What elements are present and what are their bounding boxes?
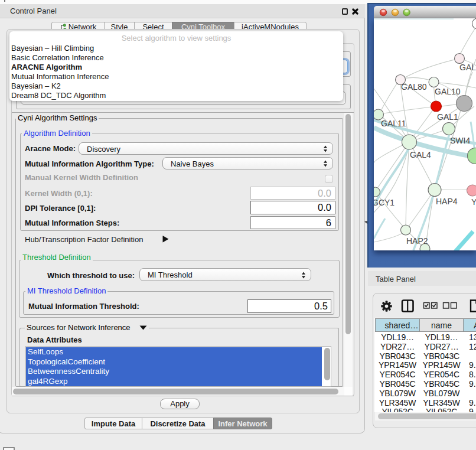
svg-text:GAL7: GAL7 [459,63,476,72]
svg-text:GAL10: GAL10 [435,87,461,96]
svg-text:YM: YM [471,197,476,207]
svg-text:HAP4: HAP4 [436,197,458,206]
svg-text:GCY1: GCY1 [374,198,395,207]
svg-text:GAL1: GAL1 [437,112,458,122]
svg-text:SWI4: SWI4 [450,136,470,145]
svg-text:GAL11: GAL11 [381,119,406,128]
svg-text:GAL80: GAL80 [401,82,427,92]
svg-text:GAL4: GAL4 [410,150,431,159]
svg-text:HAP2: HAP2 [406,236,428,246]
